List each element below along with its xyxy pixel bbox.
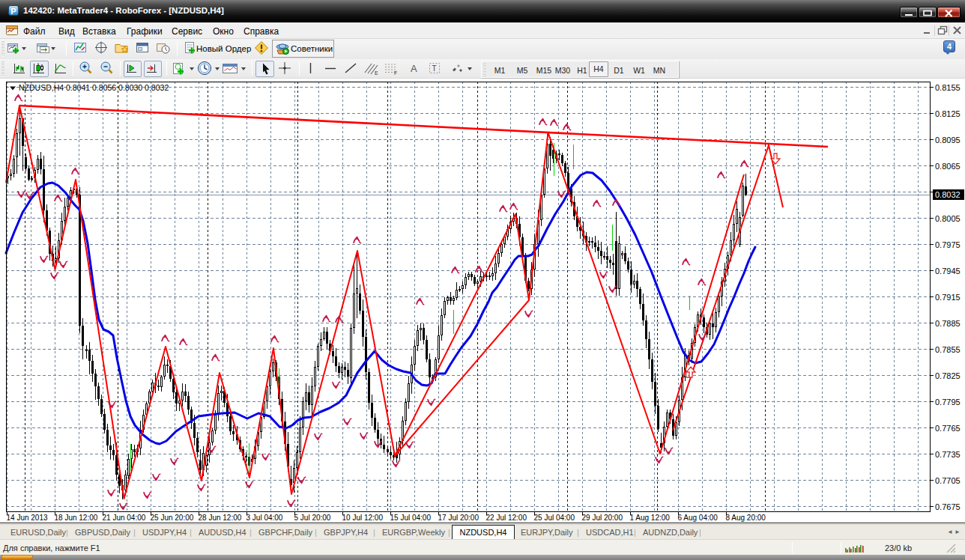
svg-text:29 Jul 20:00: 29 Jul 20:00 [582, 514, 623, 522]
svg-text:F: F [394, 70, 397, 76]
svg-text:28 Jun 12:00: 28 Jun 12:00 [199, 514, 242, 522]
svg-text:15 Jul 04:00: 15 Jul 04:00 [390, 514, 432, 522]
svg-text:18 Jun 12:00: 18 Jun 12:00 [55, 514, 98, 522]
svg-text:0.7675: 0.7675 [935, 502, 961, 511]
svg-text:NZDUSD,H4 0.8041 0.8056 0.803: NZDUSD,H4 0.8041 0.8056 0.8030 0.8032 [19, 83, 169, 92]
svg-text:0.8155: 0.8155 [935, 83, 961, 92]
svg-text:25 Jul 04:00: 25 Jul 04:00 [534, 514, 575, 522]
svg-text:T: T [432, 64, 437, 73]
svg-text:0.7795: 0.7795 [935, 398, 961, 407]
svg-text:0.7825: 0.7825 [935, 371, 961, 380]
svg-text:10 Jul 12:00: 10 Jul 12:00 [342, 514, 384, 522]
svg-text:22 Jul 12:00: 22 Jul 12:00 [486, 514, 527, 522]
svg-text:0.8095: 0.8095 [935, 136, 961, 144]
svg-text:0.7765: 0.7765 [935, 424, 961, 433]
svg-text:0.7975: 0.7975 [935, 240, 961, 249]
svg-text:0.7945: 0.7945 [935, 267, 961, 276]
svg-text:1 Aug 12:00: 1 Aug 12:00 [630, 514, 671, 522]
svg-text:0.8065: 0.8065 [935, 162, 961, 171]
svg-text:14 Jun 2013: 14 Jun 2013 [7, 514, 48, 522]
svg-text:25 Jun 20:00: 25 Jun 20:00 [151, 514, 194, 522]
svg-text:5 Jul 20:00: 5 Jul 20:00 [294, 514, 331, 522]
svg-text:0.7705: 0.7705 [935, 476, 961, 485]
svg-text:3 Jul 04:00: 3 Jul 04:00 [246, 514, 283, 522]
svg-text:0.8005: 0.8005 [935, 214, 961, 223]
svg-text:0.8125: 0.8125 [935, 109, 961, 118]
svg-text:E: E [375, 70, 378, 76]
svg-text:0.7855: 0.7855 [935, 345, 961, 354]
svg-text:0.7885: 0.7885 [935, 319, 961, 328]
svg-text:0.7735: 0.7735 [935, 450, 961, 459]
svg-text:0.7915: 0.7915 [935, 293, 961, 302]
svg-text:21 Jun 04:00: 21 Jun 04:00 [103, 514, 146, 522]
svg-text:17 Jul 20:00: 17 Jul 20:00 [438, 514, 480, 522]
svg-text:0.8032: 0.8032 [935, 190, 961, 199]
svg-text:8 Aug 20:00: 8 Aug 20:00 [726, 514, 766, 522]
svg-text:6 Aug 04:00: 6 Aug 04:00 [678, 514, 719, 522]
